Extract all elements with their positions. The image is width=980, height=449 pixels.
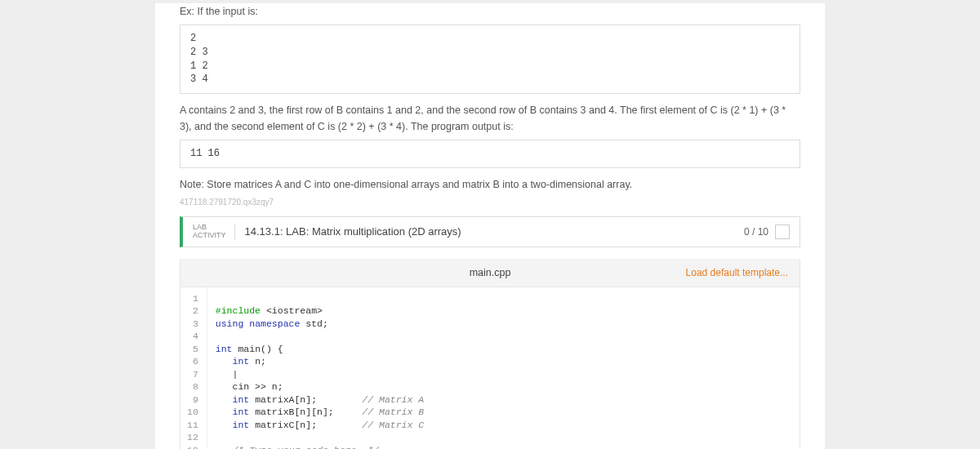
gutter: 1 2 3 4 5 6 7 8 9 10 11 12 13 14 15 16	[180, 287, 207, 449]
meta-id: 417118.2791720.qx3zqy7	[180, 198, 800, 207]
lab-header: LAB ACTIVITY 14.13.1: LAB: Matrix multip…	[180, 216, 800, 247]
score-box-icon[interactable]	[775, 224, 790, 239]
note-text: Note: Store matrices A and C into one-di…	[180, 176, 800, 193]
example-label: Ex: If the input is:	[180, 3, 800, 20]
lab-tag: LAB ACTIVITY	[193, 224, 235, 240]
input-sample-box: 2 2 3 1 2 3 4	[180, 24, 800, 94]
desc-text: A contains 2 and 3, the first row of B c…	[180, 102, 800, 135]
load-default-template-link[interactable]: Load default template...	[686, 267, 788, 278]
code-editor[interactable]: 1 2 3 4 5 6 7 8 9 10 11 12 13 14 15 16	[180, 287, 800, 449]
code-area[interactable]: #include <iostream> using namespace std;…	[207, 287, 800, 449]
file-name: main.cpp	[470, 267, 511, 278]
lab-score: 0 / 10	[744, 226, 768, 238]
output-sample-box: 11 16	[180, 140, 800, 168]
lab-title: 14.13.1: LAB: Matrix multiplication (2D …	[245, 225, 461, 238]
file-bar: main.cpp Load default template...	[180, 259, 800, 287]
